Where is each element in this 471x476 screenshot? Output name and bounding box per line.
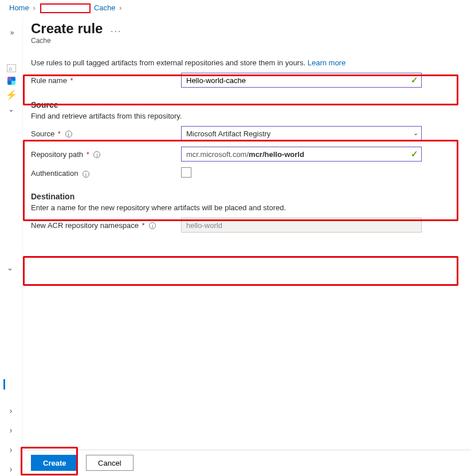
namespace-input bbox=[181, 218, 422, 233]
namespace-label: New ACR repository namespace bbox=[31, 221, 139, 230]
required-star: * bbox=[70, 76, 73, 85]
app-icon[interactable] bbox=[7, 77, 15, 85]
more-icon[interactable]: ··· bbox=[111, 26, 121, 36]
source-section-desc: Find and retrieve artifacts from this re… bbox=[31, 112, 462, 120]
lightning-icon[interactable]: ⚡ bbox=[6, 89, 17, 100]
source-select[interactable]: Microsoft Artifact Registry bbox=[181, 126, 422, 141]
panel-footer: Create Cancel bbox=[23, 450, 471, 476]
repo-path-value: mcr/hello-world bbox=[249, 150, 304, 159]
breadcrumb-cache[interactable]: Cache bbox=[94, 3, 116, 12]
namespace-row: New ACR repository namespace * i bbox=[31, 218, 462, 233]
repo-path-input[interactable]: mcr.microsoft.com/mcr/hello-world bbox=[181, 147, 422, 162]
info-icon[interactable]: i bbox=[65, 131, 72, 137]
required-star: * bbox=[142, 221, 144, 230]
create-rule-panel: Create rule ··· Cache Use rules to pull … bbox=[23, 15, 471, 476]
expand-rail-icon[interactable]: » bbox=[0, 29, 22, 37]
chevron-right-icon: › bbox=[31, 3, 37, 12]
info-icon[interactable]: i bbox=[83, 171, 89, 178]
repo-path-row: Repository path * i mcr.microsoft.com/mc… bbox=[31, 147, 462, 162]
cancel-button[interactable]: Cancel bbox=[86, 455, 133, 471]
breadcrumb-redacted bbox=[40, 3, 91, 13]
repo-path-prefix: mcr.microsoft.com/ bbox=[186, 150, 249, 159]
auth-label: Authentication bbox=[31, 169, 78, 178]
chevron-right-icon[interactable]: › bbox=[0, 420, 22, 440]
search-icon[interactable]: ⌕ bbox=[7, 64, 16, 72]
source-section-title: Source bbox=[31, 100, 462, 109]
source-value: Microsoft Artifact Registry bbox=[186, 129, 270, 138]
breadcrumb: Home › Cache › bbox=[0, 0, 471, 15]
checkmark-icon: ✓ bbox=[411, 75, 418, 85]
page-title: Create rule bbox=[31, 21, 103, 37]
dest-section-desc: Enter a name for the new repository wher… bbox=[31, 203, 462, 212]
repo-path-label: Repository path bbox=[31, 150, 83, 159]
source-row: Source * i Microsoft Artifact Registry ⌄ bbox=[31, 126, 462, 141]
rule-name-input[interactable] bbox=[181, 73, 422, 88]
chevron-down-icon: ⌄ bbox=[413, 129, 418, 137]
chevron-down-icon[interactable]: ⌄ bbox=[8, 105, 14, 113]
chevron-right-icon[interactable]: › bbox=[0, 401, 22, 420]
rule-name-row: Rule name * ✓ bbox=[31, 73, 462, 88]
intro-text: Use rules to pull tagged artifacts from … bbox=[31, 58, 462, 67]
learn-more-link[interactable]: Learn more bbox=[308, 58, 346, 67]
breadcrumb-home[interactable]: Home bbox=[9, 3, 29, 12]
page-subtitle: Cache bbox=[31, 37, 462, 45]
auth-checkbox[interactable] bbox=[181, 167, 191, 178]
dest-section-title: Destination bbox=[31, 192, 462, 201]
chevron-right-icon[interactable]: › bbox=[0, 459, 22, 476]
chevron-down-icon[interactable]: ⌄ bbox=[7, 263, 13, 272]
checkmark-icon: ✓ bbox=[411, 149, 418, 159]
chevron-right-icon: › bbox=[117, 3, 123, 12]
auth-row: Authentication i bbox=[31, 167, 462, 179]
rule-name-label: Rule name bbox=[31, 76, 67, 85]
highlight-box bbox=[23, 256, 458, 286]
info-icon[interactable]: i bbox=[149, 222, 156, 229]
required-star: * bbox=[87, 150, 89, 159]
create-button[interactable]: Create bbox=[31, 455, 78, 471]
chevron-right-icon[interactable]: › bbox=[0, 440, 22, 459]
left-rail: » ⌕ ⚡ ⌄ ⌄ › › › › bbox=[0, 17, 23, 475]
intro-text-content: Use rules to pull tagged artifacts from … bbox=[31, 58, 305, 67]
info-icon[interactable]: i bbox=[93, 151, 100, 158]
source-label: Source bbox=[31, 129, 54, 138]
active-indicator bbox=[3, 379, 5, 390]
required-star: * bbox=[58, 129, 61, 138]
